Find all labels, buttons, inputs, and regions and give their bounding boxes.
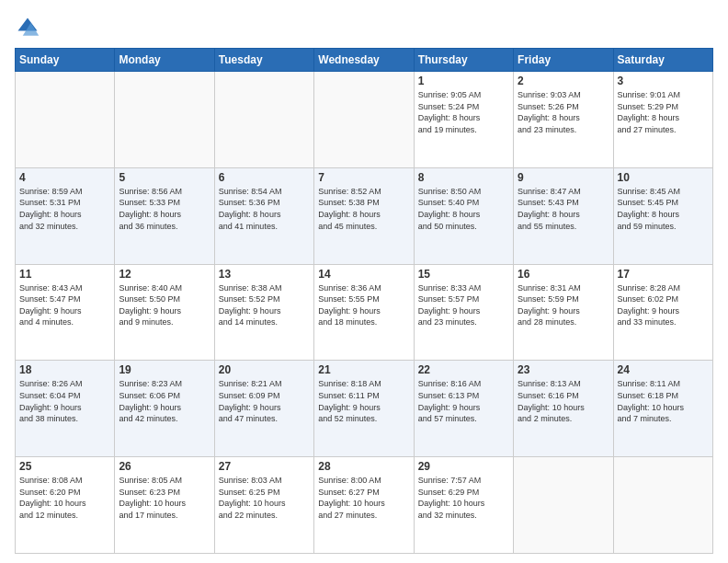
calendar-cell: 2Sunrise: 9:03 AM Sunset: 5:26 PM Daylig… [514, 72, 613, 168]
day-info: Sunrise: 8:03 AM Sunset: 6:25 PM Dayligh… [219, 475, 310, 521]
day-info: Sunrise: 8:40 AM Sunset: 5:50 PM Dayligh… [119, 282, 210, 328]
day-info: Sunrise: 7:57 AM Sunset: 6:29 PM Dayligh… [418, 475, 509, 521]
calendar-cell: 3Sunrise: 9:01 AM Sunset: 5:29 PM Daylig… [613, 72, 712, 168]
calendar-table: SundayMondayTuesdayWednesdayThursdayFrid… [15, 48, 713, 554]
day-of-week-header: Tuesday [214, 49, 313, 72]
calendar-cell: 15Sunrise: 8:33 AM Sunset: 5:57 PM Dayli… [414, 264, 513, 361]
day-of-week-header: Sunday [16, 49, 115, 72]
calendar-cell: 14Sunrise: 8:36 AM Sunset: 5:55 PM Dayli… [314, 264, 414, 361]
calendar-cell: 29Sunrise: 7:57 AM Sunset: 6:29 PM Dayli… [414, 457, 513, 554]
day-number: 5 [119, 171, 210, 184]
calendar-cell: 7Sunrise: 8:52 AM Sunset: 5:38 PM Daylig… [314, 167, 414, 264]
calendar-cell: 28Sunrise: 8:00 AM Sunset: 6:27 PM Dayli… [314, 457, 414, 554]
calendar-cell: 12Sunrise: 8:40 AM Sunset: 5:50 PM Dayli… [115, 264, 214, 361]
day-info: Sunrise: 8:43 AM Sunset: 5:47 PM Dayligh… [19, 282, 110, 328]
day-info: Sunrise: 8:00 AM Sunset: 6:27 PM Dayligh… [318, 475, 409, 521]
day-info: Sunrise: 8:16 AM Sunset: 6:13 PM Dayligh… [418, 378, 509, 424]
calendar-cell: 20Sunrise: 8:21 AM Sunset: 6:09 PM Dayli… [214, 361, 313, 457]
day-number: 25 [19, 460, 110, 473]
calendar-cell [514, 457, 613, 554]
calendar-cell: 11Sunrise: 8:43 AM Sunset: 5:47 PM Dayli… [16, 264, 115, 361]
calendar-cell: 13Sunrise: 8:38 AM Sunset: 5:52 PM Dayli… [214, 264, 313, 361]
day-number: 22 [418, 363, 509, 376]
day-info: Sunrise: 8:50 AM Sunset: 5:40 PM Dayligh… [418, 186, 509, 232]
day-number: 26 [119, 460, 210, 473]
calendar-week-row: 4Sunrise: 8:59 AM Sunset: 5:31 PM Daylig… [16, 167, 713, 264]
day-info: Sunrise: 8:08 AM Sunset: 6:20 PM Dayligh… [19, 475, 110, 521]
calendar-cell: 6Sunrise: 8:54 AM Sunset: 5:36 PM Daylig… [214, 167, 313, 264]
calendar-cell: 16Sunrise: 8:31 AM Sunset: 5:59 PM Dayli… [514, 264, 613, 361]
day-number: 24 [618, 363, 709, 376]
calendar-cell [16, 72, 115, 168]
day-of-week-header: Thursday [414, 49, 513, 72]
day-number: 8 [418, 171, 509, 184]
day-of-week-header: Wednesday [314, 49, 414, 72]
day-info: Sunrise: 8:31 AM Sunset: 5:59 PM Dayligh… [518, 282, 609, 328]
calendar-cell [115, 72, 214, 168]
day-number: 10 [618, 171, 709, 184]
day-info: Sunrise: 8:11 AM Sunset: 6:18 PM Dayligh… [618, 378, 709, 424]
day-info: Sunrise: 8:28 AM Sunset: 6:02 PM Dayligh… [618, 282, 709, 328]
calendar-cell: 10Sunrise: 8:45 AM Sunset: 5:45 PM Dayli… [613, 167, 712, 264]
day-number: 15 [418, 268, 509, 281]
calendar-week-row: 1Sunrise: 9:05 AM Sunset: 5:24 PM Daylig… [16, 72, 713, 168]
day-info: Sunrise: 8:13 AM Sunset: 6:16 PM Dayligh… [518, 378, 609, 424]
day-of-week-header: Friday [514, 49, 613, 72]
calendar-cell: 1Sunrise: 9:05 AM Sunset: 5:24 PM Daylig… [414, 72, 513, 168]
day-info: Sunrise: 8:52 AM Sunset: 5:38 PM Dayligh… [318, 186, 409, 232]
day-of-week-header: Saturday [613, 49, 712, 72]
day-number: 27 [219, 460, 310, 473]
day-number: 28 [318, 460, 409, 473]
calendar-cell: 5Sunrise: 8:56 AM Sunset: 5:33 PM Daylig… [115, 167, 214, 264]
day-info: Sunrise: 8:47 AM Sunset: 5:43 PM Dayligh… [518, 186, 609, 232]
calendar-cell: 23Sunrise: 8:13 AM Sunset: 6:16 PM Dayli… [514, 361, 613, 457]
calendar-cell: 25Sunrise: 8:08 AM Sunset: 6:20 PM Dayli… [16, 457, 115, 554]
day-number: 11 [19, 268, 110, 281]
day-number: 1 [418, 75, 509, 87]
day-info: Sunrise: 8:33 AM Sunset: 5:57 PM Dayligh… [418, 282, 509, 328]
calendar-header-row: SundayMondayTuesdayWednesdayThursdayFrid… [16, 49, 713, 72]
day-number: 3 [618, 75, 709, 87]
day-info: Sunrise: 9:05 AM Sunset: 5:24 PM Dayligh… [418, 89, 509, 135]
day-info: Sunrise: 8:26 AM Sunset: 6:04 PM Dayligh… [19, 378, 110, 424]
calendar-week-row: 18Sunrise: 8:26 AM Sunset: 6:04 PM Dayli… [16, 361, 713, 457]
day-number: 16 [518, 268, 609, 281]
day-info: Sunrise: 8:21 AM Sunset: 6:09 PM Dayligh… [219, 378, 310, 424]
calendar-cell: 22Sunrise: 8:16 AM Sunset: 6:13 PM Dayli… [414, 361, 513, 457]
day-info: Sunrise: 8:38 AM Sunset: 5:52 PM Dayligh… [219, 282, 310, 328]
calendar-week-row: 25Sunrise: 8:08 AM Sunset: 6:20 PM Dayli… [16, 457, 713, 554]
calendar-cell [214, 72, 313, 168]
day-info: Sunrise: 8:56 AM Sunset: 5:33 PM Dayligh… [119, 186, 210, 232]
day-number: 9 [518, 171, 609, 184]
calendar-week-row: 11Sunrise: 8:43 AM Sunset: 5:47 PM Dayli… [16, 264, 713, 361]
day-number: 2 [518, 75, 609, 87]
day-number: 18 [19, 363, 110, 376]
calendar-cell: 27Sunrise: 8:03 AM Sunset: 6:25 PM Dayli… [214, 457, 313, 554]
day-info: Sunrise: 8:05 AM Sunset: 6:23 PM Dayligh… [119, 475, 210, 521]
day-info: Sunrise: 8:45 AM Sunset: 5:45 PM Dayligh… [618, 186, 709, 232]
day-number: 14 [318, 268, 409, 281]
day-number: 7 [318, 171, 409, 184]
day-of-week-header: Monday [115, 49, 214, 72]
day-info: Sunrise: 9:01 AM Sunset: 5:29 PM Dayligh… [618, 89, 709, 135]
day-number: 20 [219, 363, 310, 376]
day-number: 23 [518, 363, 609, 376]
day-number: 17 [618, 268, 709, 281]
day-info: Sunrise: 8:23 AM Sunset: 6:06 PM Dayligh… [119, 378, 210, 424]
day-info: Sunrise: 8:54 AM Sunset: 5:36 PM Dayligh… [219, 186, 310, 232]
day-info: Sunrise: 8:59 AM Sunset: 5:31 PM Dayligh… [19, 186, 110, 232]
day-info: Sunrise: 8:36 AM Sunset: 5:55 PM Dayligh… [318, 282, 409, 328]
calendar-cell: 21Sunrise: 8:18 AM Sunset: 6:11 PM Dayli… [314, 361, 414, 457]
calendar-cell: 24Sunrise: 8:11 AM Sunset: 6:18 PM Dayli… [613, 361, 712, 457]
day-info: Sunrise: 9:03 AM Sunset: 5:26 PM Dayligh… [518, 89, 609, 135]
calendar-cell: 17Sunrise: 8:28 AM Sunset: 6:02 PM Dayli… [613, 264, 712, 361]
calendar-cell: 18Sunrise: 8:26 AM Sunset: 6:04 PM Dayli… [16, 361, 115, 457]
day-number: 19 [119, 363, 210, 376]
logo [15, 15, 44, 40]
day-number: 21 [318, 363, 409, 376]
calendar-cell [613, 457, 712, 554]
calendar-cell: 9Sunrise: 8:47 AM Sunset: 5:43 PM Daylig… [514, 167, 613, 264]
calendar-cell: 19Sunrise: 8:23 AM Sunset: 6:06 PM Dayli… [115, 361, 214, 457]
day-info: Sunrise: 8:18 AM Sunset: 6:11 PM Dayligh… [318, 378, 409, 424]
day-number: 12 [119, 268, 210, 281]
